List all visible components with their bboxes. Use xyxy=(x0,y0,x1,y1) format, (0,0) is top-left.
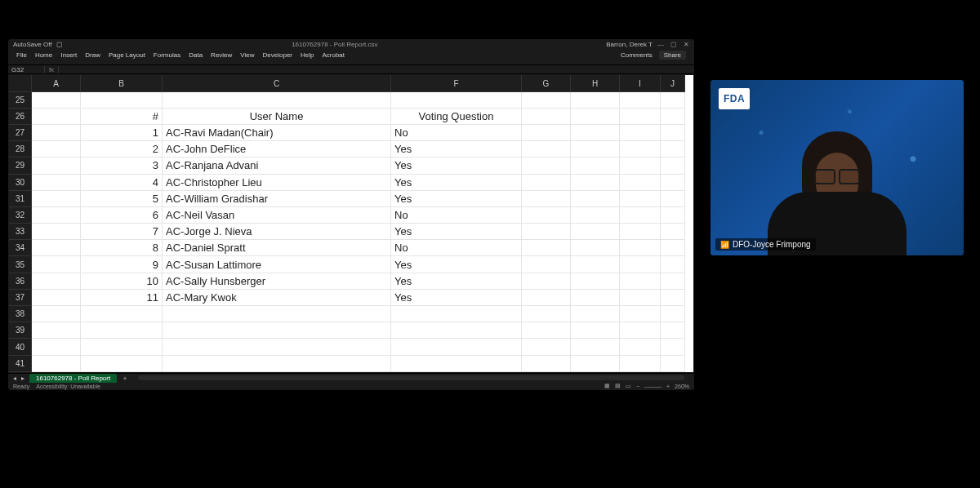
comments-button[interactable]: Comments xyxy=(621,51,653,59)
cell-C25[interactable] xyxy=(163,92,391,109)
view-normal-icon[interactable]: ▦ xyxy=(604,383,610,389)
tab-home[interactable]: Home xyxy=(35,51,52,59)
cell-I41[interactable] xyxy=(620,356,661,372)
cell-A35[interactable] xyxy=(32,256,81,273)
cell-I26[interactable] xyxy=(620,109,661,125)
select-all-corner[interactable] xyxy=(9,75,32,91)
cell-H32[interactable] xyxy=(571,207,620,224)
cell-C30[interactable]: AC-Christopher Lieu xyxy=(163,175,391,191)
cell-J36[interactable] xyxy=(661,273,685,290)
tab-file[interactable]: File xyxy=(16,51,27,59)
cell-F25[interactable] xyxy=(391,92,522,109)
tab-insert[interactable]: Insert xyxy=(60,51,77,59)
window-maximize-icon[interactable]: ▢ xyxy=(670,41,677,48)
cell-J41[interactable] xyxy=(661,356,685,372)
column-header-G[interactable]: G xyxy=(522,75,571,91)
cell-C35[interactable]: AC-Susan Lattimore xyxy=(163,256,391,273)
cell-G34[interactable] xyxy=(522,240,571,256)
cell-H37[interactable] xyxy=(571,290,620,306)
sheet-tab[interactable]: 1610762978 - Poll Report xyxy=(29,374,117,383)
cell-C31[interactable]: AC-William Gradishar xyxy=(163,191,391,207)
zoom-slider[interactable]: ——— xyxy=(644,384,662,389)
cell-B35[interactable]: 9 xyxy=(81,256,163,273)
cell-H36[interactable] xyxy=(571,273,620,290)
cell-F34[interactable]: No xyxy=(391,240,522,256)
cell-J31[interactable] xyxy=(661,191,685,207)
cell-I25[interactable] xyxy=(620,92,661,109)
column-header-C[interactable]: C xyxy=(163,75,391,91)
cell-C33[interactable]: AC-Jorge J. Nieva xyxy=(163,224,391,240)
cell-B36[interactable]: 10 xyxy=(81,273,163,290)
cell-A38[interactable] xyxy=(32,306,81,322)
cell-H31[interactable] xyxy=(571,191,620,207)
column-header-B[interactable]: B xyxy=(81,75,163,91)
cell-H27[interactable] xyxy=(571,125,620,141)
column-header-J[interactable]: J xyxy=(661,75,685,91)
cell-G32[interactable] xyxy=(522,207,571,224)
cell-H33[interactable] xyxy=(571,224,620,240)
cell-F29[interactable]: Yes xyxy=(391,157,522,174)
cell-J39[interactable] xyxy=(661,322,685,339)
tab-data[interactable]: Data xyxy=(189,51,203,59)
cell-F39[interactable] xyxy=(391,322,522,339)
cell-G29[interactable] xyxy=(522,157,571,174)
cell-H38[interactable] xyxy=(571,306,620,322)
cell-J28[interactable] xyxy=(661,141,685,157)
tab-help[interactable]: Help xyxy=(301,51,314,59)
view-break-icon[interactable]: ▭ xyxy=(626,383,631,389)
cell-J25[interactable] xyxy=(661,92,685,109)
cell-C38[interactable] xyxy=(163,306,391,322)
zoom-in-icon[interactable]: + xyxy=(666,384,670,389)
cell-B29[interactable]: 3 xyxy=(81,157,163,174)
cell-C34[interactable]: AC-Daniel Spratt xyxy=(163,240,391,256)
row-header-41[interactable]: 41 xyxy=(9,356,32,372)
tab-view[interactable]: View xyxy=(240,51,254,59)
cell-C41[interactable] xyxy=(163,356,391,372)
cell-H35[interactable] xyxy=(571,256,620,273)
cell-I35[interactable] xyxy=(620,256,661,273)
cell-C26[interactable]: User Name xyxy=(163,109,391,125)
cell-A34[interactable] xyxy=(32,240,81,256)
cell-G36[interactable] xyxy=(522,273,571,290)
cell-F35[interactable]: Yes xyxy=(391,256,522,273)
cell-J38[interactable] xyxy=(661,306,685,322)
webcam-tile[interactable]: FDA 📶 DFO-Joyce Frimpong xyxy=(710,80,964,255)
row-header-35[interactable]: 35 xyxy=(9,256,32,273)
column-header-F[interactable]: F xyxy=(391,75,522,91)
cell-I29[interactable] xyxy=(620,157,661,174)
column-header-A[interactable]: A xyxy=(32,75,81,91)
cell-B37[interactable]: 11 xyxy=(81,290,163,306)
cell-A33[interactable] xyxy=(32,224,81,240)
cell-B30[interactable]: 4 xyxy=(81,175,163,191)
cell-A41[interactable] xyxy=(32,356,81,372)
cell-I40[interactable] xyxy=(620,339,661,355)
cell-I30[interactable] xyxy=(620,175,661,191)
cell-J26[interactable] xyxy=(661,109,685,125)
row-header-31[interactable]: 31 xyxy=(9,191,32,207)
cell-A32[interactable] xyxy=(32,207,81,224)
tab-formulas[interactable]: Formulas xyxy=(154,51,180,59)
cell-F31[interactable]: Yes xyxy=(391,191,522,207)
cell-F38[interactable] xyxy=(391,306,522,322)
view-page-icon[interactable]: ▤ xyxy=(615,383,621,389)
share-button[interactable]: Share xyxy=(659,51,686,60)
tab-acrobat[interactable]: Acrobat xyxy=(322,51,345,59)
cell-I36[interactable] xyxy=(620,273,661,290)
cell-J35[interactable] xyxy=(661,256,685,273)
cell-G26[interactable] xyxy=(522,109,571,125)
cell-F26[interactable]: Voting Question xyxy=(391,109,522,125)
cell-A31[interactable] xyxy=(32,191,81,207)
cell-C32[interactable]: AC-Neil Vasan xyxy=(163,207,391,224)
new-sheet-icon[interactable]: ＋ xyxy=(122,374,128,383)
signed-in-user[interactable]: Barron, Derek T xyxy=(606,41,653,48)
zoom-level[interactable]: 260% xyxy=(675,384,689,389)
cell-I27[interactable] xyxy=(620,125,661,141)
cell-H30[interactable] xyxy=(571,175,620,191)
row-header-33[interactable]: 33 xyxy=(9,224,32,240)
cell-J30[interactable] xyxy=(661,175,685,191)
cell-A25[interactable] xyxy=(32,92,81,109)
cell-H29[interactable] xyxy=(571,157,620,174)
cell-A27[interactable] xyxy=(32,125,81,141)
cell-G33[interactable] xyxy=(522,224,571,240)
cell-H41[interactable] xyxy=(571,356,620,372)
